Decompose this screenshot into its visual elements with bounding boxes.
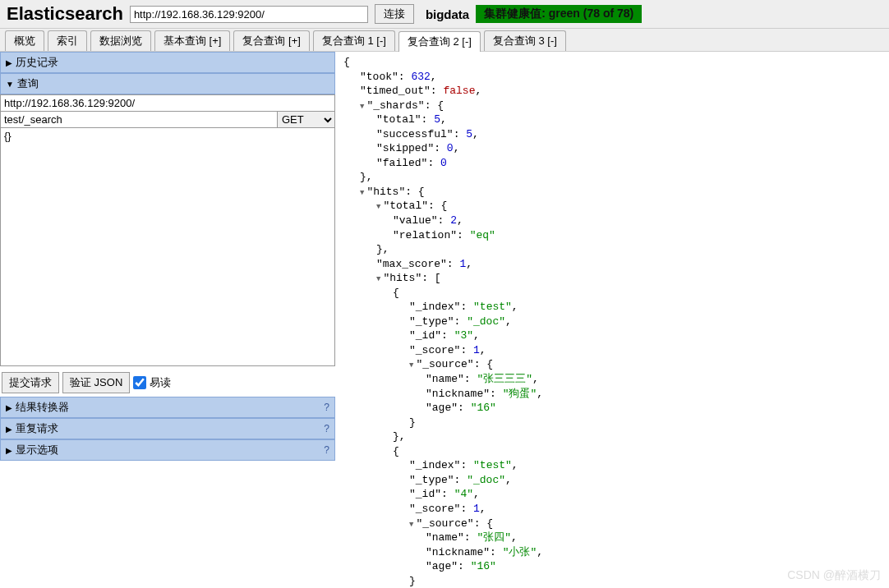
display-label: 显示选项: [16, 443, 58, 457]
pretty-checkbox[interactable]: [133, 376, 146, 389]
connect-button[interactable]: 连接: [375, 4, 414, 24]
cluster-health-badge: 集群健康值: green (78 of 78): [476, 5, 642, 23]
transformer-panel-header[interactable]: ▶ 结果转换器 ?: [0, 397, 335, 418]
expand-icon: ▶: [6, 403, 12, 412]
expand-icon: ▶: [6, 425, 12, 434]
tab[interactable]: 复合查询 2 [-]: [398, 31, 481, 52]
query-path-input[interactable]: [0, 112, 278, 128]
expand-icon: ▶: [6, 446, 12, 455]
query-url-input[interactable]: [0, 94, 335, 112]
collapse-icon: ▼: [6, 80, 14, 89]
tab[interactable]: 复合查询 3 [-]: [484, 30, 566, 51]
history-label: 历史记录: [16, 55, 58, 70]
watermark: CSDN @醉酒横刀: [787, 568, 881, 583]
left-panel: ▶ 历史记录 ▼ 查询 GET {} 提交请求 验证 JSON 易读 ▶ 结果转…: [0, 52, 335, 588]
help-icon[interactable]: ?: [324, 402, 329, 413]
pretty-label: 易读: [150, 375, 171, 390]
query-actions: 提交请求 验证 JSON 易读: [0, 369, 335, 397]
expand-icon: ▶: [6, 58, 12, 67]
tab[interactable]: 数据浏览: [90, 30, 151, 51]
cluster-name: bigdata: [426, 7, 469, 21]
transformer-label: 结果转换器: [16, 400, 69, 415]
query-method-select[interactable]: GET: [278, 112, 335, 128]
history-panel-header[interactable]: ▶ 历史记录: [0, 52, 335, 73]
display-panel-header[interactable]: ▶ 显示选项 ?: [0, 439, 335, 461]
validate-button[interactable]: 验证 JSON: [62, 372, 130, 393]
tab-bar: 概览索引数据浏览基本查询 [+]复合查询 [+]复合查询 1 [-]复合查询 2…: [0, 29, 889, 52]
tab[interactable]: 复合查询 [+]: [233, 30, 309, 51]
header: Elasticsearch 连接 bigdata 集群健康值: green (7…: [0, 0, 889, 29]
tab[interactable]: 索引: [48, 30, 87, 51]
app-logo: Elasticsearch: [7, 3, 123, 25]
tab[interactable]: 概览: [5, 30, 44, 51]
repeat-label: 重复请求: [16, 421, 58, 436]
query-body-textarea[interactable]: {}: [0, 128, 335, 366]
help-icon[interactable]: ?: [324, 423, 329, 434]
query-label: 查询: [17, 76, 39, 91]
submit-button[interactable]: 提交请求: [2, 372, 59, 393]
tab[interactable]: 复合查询 1 [-]: [313, 30, 395, 51]
result-viewer: {"took": 632,"timed_out": false,▼"_shard…: [335, 52, 889, 588]
tab[interactable]: 基本查询 [+]: [154, 30, 230, 51]
query-panel-header[interactable]: ▼ 查询: [0, 73, 335, 94]
help-icon[interactable]: ?: [324, 444, 329, 456]
cluster-url-input[interactable]: [130, 6, 368, 23]
repeat-panel-header[interactable]: ▶ 重复请求 ?: [0, 418, 335, 439]
